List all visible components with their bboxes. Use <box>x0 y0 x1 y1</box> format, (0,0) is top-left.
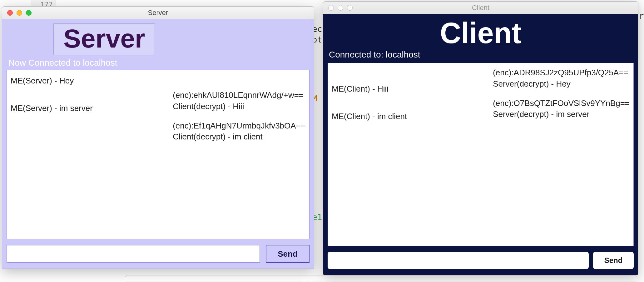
client-heading: Client <box>328 18 634 48</box>
client-sent-column: ME(Client) - Hiii ME(Client) - im client <box>332 68 407 123</box>
server-heading: Server <box>53 23 155 55</box>
chat-line: Client(decrypt) - im client <box>173 132 305 142</box>
client-titlebar[interactable]: Client <box>323 2 638 14</box>
chat-line: ME(Server) - Hey <box>11 76 93 86</box>
client-send-button[interactable]: Send <box>593 252 634 269</box>
client-window: Client Client Connected to: localhost ME… <box>323 1 638 275</box>
chat-line: (enc):O7BsQTZtFOoVSlSv9YYnBg== <box>493 98 630 109</box>
server-chat-area: ME(Server) - Hey ME(Server) - im server … <box>7 70 310 239</box>
chat-line: Server(decrypt) - im server <box>493 109 630 120</box>
server-window: Server Server Now Connected to localhost… <box>2 6 314 269</box>
minimize-icon[interactable] <box>338 5 343 11</box>
chat-line: ME(Client) - Hiii <box>332 84 407 94</box>
chat-line: ME(Client) - im client <box>332 111 407 122</box>
client-body: Client Connected to: localhost ME(Client… <box>323 14 638 275</box>
traffic-lights <box>2 10 32 16</box>
chat-line: ME(Server) - im server <box>11 103 93 114</box>
server-message-input[interactable] <box>7 245 260 263</box>
client-received-column: (enc):ADR98SJ2zQ95UPfp3/Q25A== Server(de… <box>493 68 630 120</box>
server-received-column: (enc):ehkAUl810LEqnnrWAdg/+w== Client(de… <box>173 90 305 143</box>
chat-line: Server(decrypt) - Hey <box>493 79 630 89</box>
server-status: Now Connected to localhost <box>7 58 310 68</box>
server-sent-column: ME(Server) - Hey ME(Server) - im server <box>11 76 93 114</box>
client-status: Connected to: localhost <box>328 50 634 60</box>
client-window-title: Client <box>323 4 638 12</box>
minimize-icon[interactable] <box>17 10 22 16</box>
chat-line: (enc):ehkAUl810LEqnnrWAdg/+w== <box>173 90 305 101</box>
close-icon[interactable] <box>328 5 334 11</box>
client-message-input[interactable] <box>328 252 589 269</box>
chat-line: Client(decrypt) - Hiii <box>173 101 305 112</box>
zoom-icon[interactable] <box>26 10 32 16</box>
server-input-row: Send <box>7 245 310 263</box>
server-titlebar[interactable]: Server <box>2 7 314 19</box>
server-body: Server Now Connected to localhost ME(Ser… <box>2 19 314 269</box>
traffic-lights <box>323 5 353 11</box>
close-icon[interactable] <box>7 10 13 16</box>
server-window-title: Server <box>2 9 314 17</box>
chat-line: (enc):ADR98SJ2zQ95UPfp3/Q25A== <box>493 68 630 78</box>
chat-line: (enc):Ef1qAHgN7UrmbqJkfv3bOA== <box>173 121 305 131</box>
bg-panel <box>125 275 637 281</box>
client-input-row: Send <box>328 252 634 269</box>
server-send-button[interactable]: Send <box>266 245 310 263</box>
client-chat-area: ME(Client) - Hiii ME(Client) - im client… <box>328 63 634 246</box>
zoom-icon[interactable] <box>347 5 353 11</box>
